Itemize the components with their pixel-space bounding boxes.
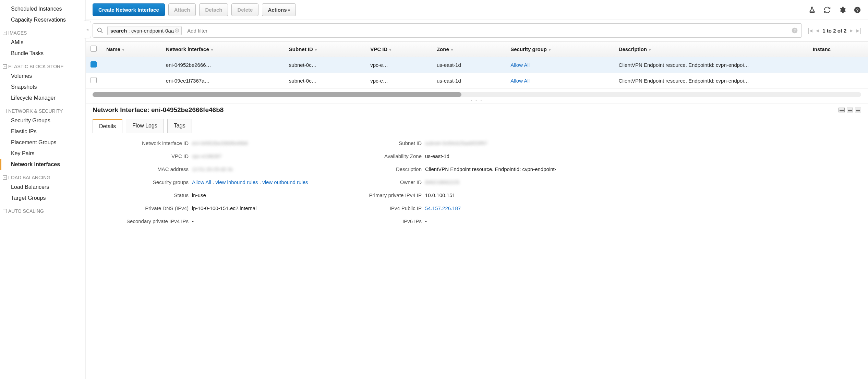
col-name[interactable]: Name bbox=[101, 41, 161, 57]
svg-text:?: ? bbox=[856, 7, 858, 12]
remove-filter-icon[interactable] bbox=[174, 28, 179, 33]
sidebar-item-bundle-tasks[interactable]: Bundle Tasks bbox=[0, 48, 85, 59]
help-icon[interactable]: ? bbox=[854, 6, 861, 14]
sidebar-item-snapshots[interactable]: Snapshots bbox=[0, 82, 85, 93]
pane-resize-handle[interactable]: ▪ ▪ ▪ bbox=[86, 97, 868, 103]
sidebar-item-lifecycle-manager[interactable]: Lifecycle Manager bbox=[0, 93, 85, 103]
gear-icon[interactable] bbox=[839, 6, 846, 14]
label-eni-id: Network interface ID bbox=[142, 140, 189, 147]
pane-maximize-button[interactable] bbox=[855, 108, 861, 112]
sidebar-item-scheduled-instances[interactable]: Scheduled Instances bbox=[0, 3, 85, 14]
value-description: ClientVPN Endpoint resource. EndpointId:… bbox=[425, 166, 562, 172]
col-eni[interactable]: Network interface bbox=[161, 41, 284, 57]
sidebar-section-images[interactable]: −IMAGES bbox=[0, 25, 85, 37]
sidebar-section-label: ELASTIC BLOCK STORE bbox=[8, 64, 64, 69]
svg-line-3 bbox=[101, 31, 103, 33]
link-sg[interactable]: Allow All bbox=[510, 62, 530, 68]
cell-name bbox=[101, 57, 161, 73]
refresh-icon[interactable] bbox=[823, 6, 831, 14]
label-description: Description bbox=[396, 166, 422, 173]
col-subnet[interactable]: Subnet ID bbox=[284, 41, 365, 57]
select-all-checkbox[interactable] bbox=[91, 46, 97, 52]
delete-button[interactable]: Delete bbox=[231, 3, 258, 16]
sidebar-item-key-pairs[interactable]: Key Pairs bbox=[0, 148, 85, 159]
horizontal-scrollbar[interactable] bbox=[93, 92, 861, 97]
sidebar-item-volumes[interactable]: Volumes bbox=[0, 71, 85, 82]
sidebar-item-security-groups[interactable]: Security Groups bbox=[0, 115, 85, 126]
row-checkbox[interactable] bbox=[91, 61, 97, 68]
add-filter-button[interactable]: Add filter bbox=[187, 28, 207, 34]
flask-icon[interactable] bbox=[808, 6, 816, 14]
cell-subnet: subnet-0c… bbox=[284, 73, 365, 89]
pane-minimize-button[interactable] bbox=[839, 108, 845, 112]
sidebar-section-ebs[interactable]: −ELASTIC BLOCK STORE bbox=[0, 59, 85, 71]
sidebar-item-target-groups[interactable]: Target Groups bbox=[0, 193, 85, 204]
cell-subnet: subnet-0c… bbox=[284, 57, 365, 73]
tab-details[interactable]: Details bbox=[93, 119, 122, 133]
sidebar-section-autoscaling[interactable]: −AUTO SCALING bbox=[0, 204, 85, 215]
collapse-icon[interactable]: − bbox=[3, 109, 7, 113]
cell-eni: eni-04952be2666… bbox=[161, 57, 284, 73]
sidebar-item-capacity-reservations[interactable]: Capacity Reservations bbox=[0, 14, 85, 25]
tab-flow-logs[interactable]: Flow Logs bbox=[126, 119, 164, 133]
attach-button[interactable]: Attach bbox=[168, 3, 196, 16]
link-sg[interactable]: Allow All bbox=[510, 78, 530, 84]
label-primary-private-ip: Primary private IPv4 IP bbox=[369, 192, 422, 199]
pager-next-icon[interactable]: ▸ bbox=[850, 27, 853, 34]
sidebar-section-label: NETWORK & SECURITY bbox=[8, 108, 63, 114]
cell-sg: Allow All bbox=[506, 57, 614, 73]
tab-tags[interactable]: Tags bbox=[167, 119, 192, 133]
search-icon bbox=[96, 27, 104, 34]
sidebar: Scheduled Instances Capacity Reservation… bbox=[0, 0, 86, 379]
sidebar-item-load-balancers[interactable]: Load Balancers bbox=[0, 182, 85, 193]
sidebar-section-lb[interactable]: −LOAD BALANCING bbox=[0, 170, 85, 182]
value-ipv6: - bbox=[425, 218, 562, 224]
eni-table: Name Network interface Subnet ID VPC ID … bbox=[86, 41, 868, 89]
cell-name bbox=[101, 73, 161, 89]
collapse-icon[interactable]: − bbox=[3, 64, 7, 69]
actions-dropdown[interactable]: Actions bbox=[262, 3, 296, 16]
collapse-icon[interactable]: − bbox=[3, 31, 7, 35]
link-view-inbound[interactable]: view inbound rules bbox=[215, 179, 258, 185]
pager-prev-icon[interactable]: ◂ bbox=[816, 27, 819, 34]
col-sg[interactable]: Security group bbox=[506, 41, 614, 57]
pager-last-icon[interactable]: ▸| bbox=[856, 27, 861, 34]
cell-zone: us-east-1d bbox=[432, 73, 506, 89]
col-desc[interactable]: Description bbox=[614, 41, 808, 57]
label-mac: MAC address bbox=[157, 166, 189, 173]
sidebar-item-network-interfaces[interactable]: Network Interfaces bbox=[0, 159, 85, 170]
col-vpc[interactable]: VPC ID bbox=[365, 41, 432, 57]
pane-restore-button[interactable] bbox=[847, 108, 853, 112]
search-help-icon[interactable]: ? bbox=[791, 27, 798, 34]
collapse-icon[interactable]: − bbox=[3, 175, 7, 180]
label-vpc-id: VPC ID bbox=[171, 153, 189, 160]
collapse-icon[interactable]: − bbox=[3, 209, 7, 213]
label-owner-id: Owner ID bbox=[400, 179, 422, 186]
row-checkbox[interactable] bbox=[91, 77, 97, 83]
col-instance[interactable]: Instanc bbox=[808, 41, 868, 57]
link-sg-allow-all[interactable]: Allow All bbox=[192, 179, 211, 185]
value-az: us-east-1d bbox=[425, 153, 562, 159]
search-input[interactable]: search : cvpn-endpoint-0aa Add filter ? bbox=[93, 23, 802, 38]
col-zone[interactable]: Zone bbox=[432, 41, 506, 57]
detail-title: Network Interface: eni-04952be2666fe46b8 bbox=[93, 106, 224, 114]
value-status: in-use bbox=[192, 192, 315, 198]
pager-first-icon[interactable]: |◂ bbox=[808, 27, 813, 34]
sidebar-item-amis[interactable]: AMIs bbox=[0, 37, 85, 48]
detach-button[interactable]: Detach bbox=[199, 3, 228, 16]
create-network-interface-button[interactable]: Create Network Interface bbox=[93, 3, 165, 16]
sidebar-item-elastic-ips[interactable]: Elastic IPs bbox=[0, 126, 85, 137]
value-vpc-id: vpc-e198287 bbox=[192, 153, 315, 159]
link-view-outbound[interactable]: view outbound rules bbox=[262, 179, 308, 185]
sidebar-item-placement-groups[interactable]: Placement Groups bbox=[0, 137, 85, 148]
table-row[interactable]: eni-09ee1f7367a…subnet-0c…vpc-e…us-east-… bbox=[86, 73, 868, 89]
label-ipv6: IPv6 IPs bbox=[402, 218, 422, 225]
table-row[interactable]: eni-04952be2666…subnet-0c…vpc-e…us-east-… bbox=[86, 57, 868, 73]
sidebar-section-netsec[interactable]: −NETWORK & SECURITY bbox=[0, 103, 85, 115]
label-az: Availability Zone bbox=[384, 153, 422, 160]
link-public-ip[interactable]: 54.157.226.187 bbox=[425, 205, 461, 211]
cell-sg: Allow All bbox=[506, 73, 614, 89]
cell-zone: us-east-1d bbox=[432, 57, 506, 73]
cell-eni: eni-09ee1f7367a… bbox=[161, 73, 284, 89]
search-filter-tag[interactable]: search : cvpn-endpoint-0aa bbox=[107, 26, 182, 35]
